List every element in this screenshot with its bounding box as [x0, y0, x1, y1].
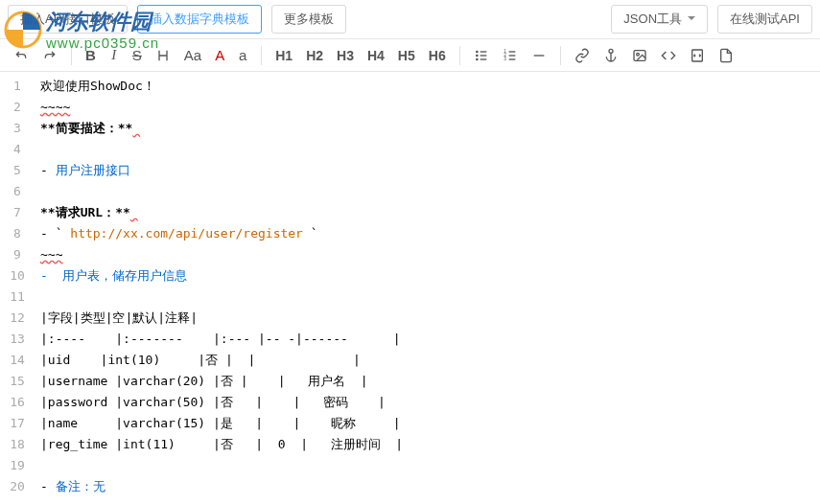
- editor-line[interactable]: |字段|类型|空|默认|注释|: [35, 308, 820, 329]
- line-number: 5: [0, 160, 35, 181]
- line-number: 14: [0, 350, 35, 371]
- editor-line[interactable]: |reg_time |int(11) |否 | 0 | 注册时间 |: [35, 434, 820, 455]
- line-number: 3: [0, 118, 35, 139]
- code-icon[interactable]: [655, 44, 682, 67]
- insert-api-template-button[interactable]: 插入API接口模板: [8, 5, 128, 34]
- line-number: 10: [0, 265, 35, 286]
- svg-rect-6: [480, 58, 486, 59]
- editor-line[interactable]: - ` http://xx.com/api/user/register `: [35, 223, 820, 244]
- svg-point-1: [476, 50, 479, 53]
- editor-line[interactable]: - 用户注册接口: [35, 160, 820, 181]
- editor-line[interactable]: - 用户表，储存用户信息: [35, 265, 820, 286]
- h6-button[interactable]: H6: [423, 44, 452, 67]
- editor-line[interactable]: ~~~~: [35, 97, 820, 118]
- editor-line[interactable]: 欢迎使用ShowDoc！: [35, 76, 820, 97]
- line-number: 7: [0, 202, 35, 223]
- line-number: 16: [0, 392, 35, 413]
- line-number: 4: [0, 139, 35, 160]
- h5-button[interactable]: H5: [392, 44, 421, 67]
- italic-icon[interactable]: I: [104, 43, 125, 67]
- undo-icon[interactable]: [8, 44, 35, 67]
- lowercase-icon[interactable]: a: [232, 43, 253, 67]
- more-templates-button[interactable]: 更多模板: [271, 5, 346, 34]
- editor-line[interactable]: |:---- |:------- |:--- |-- -|------ |: [35, 329, 820, 350]
- template-button-bar: 插入API接口模板 插入数据字典模板 更多模板 JSON工具 在线测试API: [0, 0, 820, 38]
- line-number: 11: [0, 286, 35, 308]
- bold-icon[interactable]: B: [80, 43, 102, 67]
- hr-icon[interactable]: [526, 44, 552, 67]
- line-number: 20: [0, 476, 35, 497]
- editor-content[interactable]: 欢迎使用ShowDoc！~~~~**简要描述：** - 用户注册接口**请求UR…: [35, 72, 820, 497]
- editor-line[interactable]: [35, 455, 820, 476]
- line-number: 18: [0, 434, 35, 455]
- line-number: 8: [0, 223, 35, 244]
- json-tool-dropdown[interactable]: JSON工具: [611, 5, 708, 34]
- line-number: 19: [0, 455, 35, 476]
- svg-rect-11: [508, 55, 515, 56]
- svg-point-3: [476, 57, 479, 60]
- editor-line[interactable]: **简要描述：**: [35, 118, 820, 139]
- line-number: 12: [0, 308, 35, 329]
- svg-point-14: [609, 49, 613, 53]
- ordered-list-icon[interactable]: 123: [497, 44, 524, 67]
- line-gutter: 1234567891011121314151617181920: [0, 72, 35, 497]
- editor-line[interactable]: |name |varchar(15) |是 | | 昵称 |: [35, 413, 820, 434]
- unordered-list-icon[interactable]: [468, 44, 495, 67]
- markdown-editor[interactable]: 1234567891011121314151617181920 欢迎使用Show…: [0, 72, 820, 497]
- h4-button[interactable]: H4: [362, 44, 390, 67]
- editor-line[interactable]: |username |varchar(20) |否 | | 用户名 |: [35, 371, 820, 392]
- file-icon[interactable]: [713, 44, 739, 67]
- editor-line[interactable]: |password |varchar(50) |否 | | 密码 |: [35, 392, 820, 413]
- editor-line[interactable]: [35, 181, 820, 202]
- codeblock-icon[interactable]: [684, 44, 711, 67]
- fontcolor-icon[interactable]: A: [209, 43, 230, 67]
- line-number: 17: [0, 413, 35, 434]
- redo-icon[interactable]: [36, 44, 63, 67]
- line-number: 15: [0, 371, 35, 392]
- h3-button[interactable]: H3: [331, 44, 360, 67]
- svg-text:3: 3: [504, 57, 506, 61]
- test-api-button[interactable]: 在线测试API: [717, 5, 812, 34]
- insert-dict-template-button[interactable]: 插入数据字典模板: [137, 5, 262, 34]
- editor-line[interactable]: [35, 286, 820, 308]
- link-icon[interactable]: [569, 44, 596, 67]
- svg-rect-10: [508, 51, 515, 52]
- editor-line[interactable]: - 备注：无: [35, 476, 820, 497]
- svg-rect-4: [480, 51, 486, 52]
- line-number: 2: [0, 97, 35, 118]
- editor-line[interactable]: **请求URL：**: [35, 202, 820, 223]
- fontcase-icon[interactable]: Aa: [178, 43, 207, 67]
- editor-toolbar: B I S Aa A a H1 H2 H3 H4 H5 H6 123: [0, 38, 820, 72]
- editor-line[interactable]: |uid |int(10) |否 | | |: [35, 350, 820, 371]
- line-number: 13: [0, 329, 35, 350]
- editor-line[interactable]: [35, 139, 820, 160]
- image-icon[interactable]: [626, 44, 653, 67]
- svg-point-17: [636, 53, 639, 56]
- strikethrough-icon[interactable]: S: [127, 43, 148, 67]
- h1-button[interactable]: H1: [269, 44, 298, 67]
- anchor-icon[interactable]: [597, 44, 624, 67]
- line-number: 6: [0, 181, 35, 202]
- line-number: 1: [0, 76, 35, 97]
- line-number: 9: [0, 244, 35, 265]
- svg-rect-5: [480, 55, 486, 56]
- heading-icon[interactable]: [150, 44, 176, 67]
- h2-button[interactable]: H2: [300, 44, 329, 67]
- svg-point-2: [476, 54, 479, 57]
- editor-line[interactable]: ~~~: [35, 244, 820, 265]
- svg-rect-12: [508, 58, 515, 59]
